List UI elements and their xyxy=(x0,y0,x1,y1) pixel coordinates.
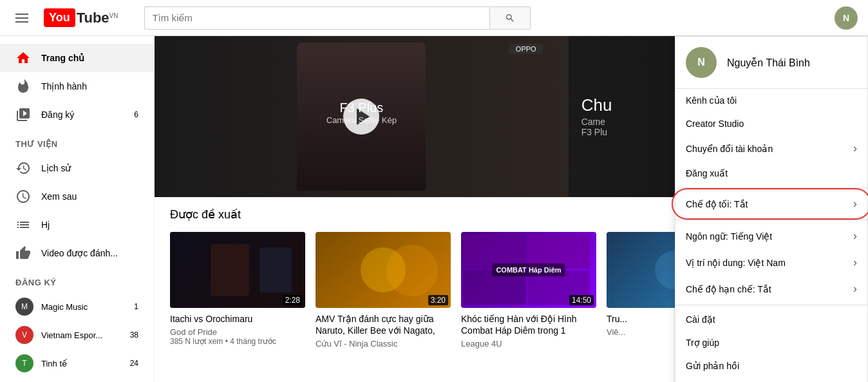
video-info-2: AMV Trận đánh cực hay giữa Naruto, Kille… xyxy=(316,308,451,349)
dropdown-item-location[interactable]: Vị trí nội dung: Việt Nam › xyxy=(675,249,867,276)
hero-left-panel: OPPO F3 Plus Camera Selfie Kép xyxy=(155,36,569,197)
sidebar-item-history[interactable]: Lịch sử xyxy=(0,154,154,182)
logo[interactable]: YouTubeVN xyxy=(44,8,118,27)
search-button[interactable] xyxy=(489,6,531,30)
sidebar: Trang chủ Thịnh hành Đăng ký 6 THƯ VIỆN … xyxy=(0,36,155,382)
video-duration-3: 14:50 xyxy=(569,295,594,305)
dropdown-item-help[interactable]: Trợ giúp xyxy=(675,331,867,354)
vietnam-esport-avatar: V xyxy=(15,326,33,344)
hero-f3-text: F3 Plus Camera Selfie Kép xyxy=(326,100,397,125)
dropdown-item-classic[interactable]: Khôi phục YouTube cổ điển xyxy=(675,377,867,382)
sidebar-hj-label: Hj xyxy=(41,220,50,230)
dropdown-item-settings[interactable]: Cài đặt xyxy=(675,308,867,331)
video-thumb-2: 3:20 xyxy=(316,232,451,308)
hero-right-text: Chu Came F3 Plu xyxy=(581,96,612,138)
language-chevron: › xyxy=(853,229,857,243)
video-duration-1: 2:28 xyxy=(283,295,303,305)
video-channel-1: God of Pride xyxy=(170,327,305,337)
sidebar-sub-vietnam-esport[interactable]: V Vietnam Espor... 38 xyxy=(0,321,154,349)
dropdown-divider-3 xyxy=(675,305,867,305)
video-thumb-1: 2:28 xyxy=(170,232,305,308)
location-chevron: › xyxy=(853,256,857,269)
switch-account-chevron: › xyxy=(853,142,857,155)
hamburger-menu[interactable] xyxy=(10,8,33,28)
tinh-te-count: 24 xyxy=(130,359,138,368)
logo-youtube-icon: You xyxy=(44,8,75,27)
video-card-3[interactable]: COMBAT Háp Diêm 14:50 Khóc tiếng Hàn với… xyxy=(461,232,596,349)
sidebar-liked-label: Video được đánh... xyxy=(41,248,118,258)
tinh-te-avatar: T xyxy=(15,354,33,372)
video-duration-2: 3:20 xyxy=(428,295,448,305)
user-avatar-button[interactable]: N xyxy=(835,6,858,30)
sidebar-item-hj[interactable]: Hj xyxy=(0,211,154,239)
vietnam-esport-label: Vietnam Espor... xyxy=(41,330,102,340)
video-card-2[interactable]: 3:20 AMV Trận đánh cực hay giữa Naruto, … xyxy=(316,232,451,349)
sidebar-item-home[interactable]: Trang chủ xyxy=(0,44,154,72)
dropdown-item-logout[interactable]: Đăng xuất xyxy=(675,162,867,185)
sidebar-trending-label: Thịnh hành xyxy=(41,81,87,91)
user-dropdown-menu: N Nguyễn Thái Bình Kênh của tôi Creator … xyxy=(675,36,868,382)
video-meta-1: 385 N lượt xem • 4 tháng trước xyxy=(170,337,305,346)
magic-music-label: Magic Music xyxy=(41,302,88,312)
video-card-1[interactable]: 2:28 Itachi vs Orochimaru God of Pride 3… xyxy=(170,232,305,349)
video-channel-2: Cứu Vĩ - Ninja Classic xyxy=(316,339,451,349)
sidebar-item-liked[interactable]: Video được đánh... xyxy=(0,239,154,267)
video-channel-3: League 4U xyxy=(461,339,596,349)
dropdown-item-dark-mode[interactable]: Chế độ tối: Tắt › xyxy=(675,191,867,217)
sidebar-home-label: Trang chủ xyxy=(41,53,84,63)
sidebar-watch-later-label: Xem sau xyxy=(41,191,77,202)
video-title-2: AMV Trận đánh cực hay giữa Naruto, Kille… xyxy=(316,313,451,336)
tinh-te-label: Tinh tế xyxy=(41,359,67,368)
magic-music-avatar: M xyxy=(15,298,33,316)
sidebar-item-subscriptions[interactable]: Đăng ký 6 xyxy=(0,100,154,129)
sidebar-sub-tinh-te[interactable]: T Tinh tế 24 xyxy=(0,349,154,377)
dropdown-divider-2 xyxy=(675,220,867,220)
logo-vn-text: VN xyxy=(109,12,118,19)
sidebar-subscriptions-label: Đăng ký xyxy=(41,110,74,120)
search-container xyxy=(144,6,531,30)
video-info-1: Itachi vs Orochimaru God of Pride 385 N … xyxy=(170,308,305,346)
sidebar-item-trending[interactable]: Thịnh hành xyxy=(0,72,154,100)
vietnam-esport-count: 38 xyxy=(130,330,138,339)
list-icon xyxy=(15,217,31,233)
search-input[interactable] xyxy=(144,6,489,30)
dropdown-header: N Nguyễn Thái Bình xyxy=(675,37,867,89)
dark-mode-chevron: › xyxy=(853,197,857,211)
clock-icon xyxy=(15,189,31,204)
library-section-heading: THƯ VIỆN xyxy=(0,134,154,154)
restricted-chevron: › xyxy=(853,282,857,296)
video-info-3: Khóc tiếng Hàn với Đội Hình Combat Háp D… xyxy=(461,308,596,349)
fire-icon xyxy=(15,79,31,94)
header-left: YouTubeVN xyxy=(10,8,118,28)
dropdown-item-channel[interactable]: Kênh của tôi xyxy=(675,89,867,112)
dropdown-item-switch-account[interactable]: Chuyển đổi tài khoản › xyxy=(675,135,867,162)
video-thumb-3: COMBAT Háp Diêm 14:50 xyxy=(461,232,596,308)
video-title-1: Itachi vs Orochimaru xyxy=(170,313,305,325)
subscriptions-badge: 6 xyxy=(134,110,138,119)
sidebar-sub-magic-music[interactable]: M Magic Music 1 xyxy=(0,292,154,321)
dropdown-divider-1 xyxy=(675,187,867,188)
magic-music-count: 1 xyxy=(134,302,138,311)
dropdown-item-language[interactable]: Ngôn ngữ: Tiếng Việt › xyxy=(675,223,867,249)
logo-tube-text: Tube xyxy=(77,10,109,26)
dropdown-avatar: N xyxy=(686,47,717,78)
dropdown-username: Nguyễn Thái Bình xyxy=(727,57,810,69)
sidebar-item-watch-later[interactable]: Xem sau xyxy=(0,182,154,211)
video-title-3: Khóc tiếng Hàn với Đội Hình Combat Háp D… xyxy=(461,313,596,336)
oppo-label: OPPO xyxy=(509,44,543,54)
home-icon xyxy=(15,50,31,66)
dropdown-item-creator-studio[interactable]: Creator Studio xyxy=(675,112,867,135)
dropdown-dark-mode-wrapper: Chế độ tối: Tắt › xyxy=(675,191,867,217)
subscriptions-icon xyxy=(15,107,31,122)
sidebar-history-label: Lịch sử xyxy=(41,163,71,173)
dropdown-item-feedback[interactable]: Gửi phản hồi xyxy=(675,354,867,377)
dropdown-item-restricted[interactable]: Chế độ hạn chế: Tắt › xyxy=(675,276,867,302)
subscriptions-section-heading: ĐĂNG KÝ xyxy=(0,272,154,292)
search-icon xyxy=(505,13,515,23)
header: YouTubeVN N xyxy=(0,0,868,36)
thumbup-icon xyxy=(15,245,31,261)
history-icon xyxy=(15,160,31,176)
header-right: N xyxy=(835,6,858,30)
